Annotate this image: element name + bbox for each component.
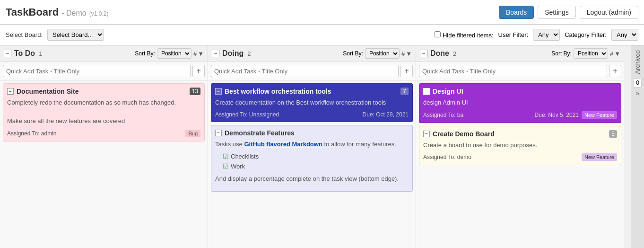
done-quick-add: + [416,62,624,80]
todo-sort-icons: # ▼ [193,50,204,57]
card-demonstrate-features: − Demonstrate Features Tasks use GitHub … [211,125,413,192]
demonstrate-body: Tasks use GitHub flavored Markdown to al… [215,140,409,184]
column-doing-header: − Doing 2 Sort By: Position # ▼ [208,45,416,62]
user-filter-label: User Filter: [498,31,529,38]
logout-button[interactable]: Logout (admin) [580,6,638,19]
demo-board-collapse-btn[interactable]: − [423,131,430,137]
demo-board-desc: Create a board to use for demo purposes. [423,141,617,150]
done-count: 2 [453,50,456,57]
doing-sort-icons: # ▼ [401,50,412,57]
column-done-header: − Done 2 Sort By: Position # ▼ [416,45,624,62]
todo-sort-desc-icon[interactable]: ▼ [198,50,204,57]
demonstrate-text2: to allow for many features. [324,141,396,148]
columns-container: − To Do 1 Sort By: Position # ▼ + [0,45,631,248]
todo-collapse-btn[interactable]: − [4,50,11,57]
done-sort-asc-icon[interactable]: # [610,50,613,57]
doing-sort-asc-icon[interactable]: # [401,50,405,57]
title-dash: - [61,9,66,17]
boards-area: − To Do 1 Sort By: Position # ▼ + [0,45,644,248]
demo-board-title: Create Demo Board [433,130,606,138]
demo-board-footer: Assigned To: demo New Feature [423,153,617,161]
doc-site-body: Completely redo the documentation as so … [7,98,200,126]
doing-count: 2 [247,50,251,57]
done-sort-icons: # ▼ [610,50,620,57]
boards-button[interactable]: Boards [499,6,534,19]
design-ui-collapse-btn[interactable]: − [423,88,430,95]
settings-button[interactable]: Settings [538,6,576,19]
check-icon-1: ☑ [223,151,229,161]
doc-site-assigned: Assigned To: admin [7,130,57,137]
doing-sort-desc-icon[interactable]: ▼ [406,50,412,57]
app-header: TaskBoard - Demo (v1.0.2) Boards Setting… [0,0,644,25]
done-quick-add-input[interactable] [419,65,607,77]
todo-quick-add-input[interactable] [3,65,191,77]
doing-column-body: − Best workflow orchestration tools 7 Cr… [208,80,416,248]
archived-label[interactable]: Archived [634,50,641,74]
doc-site-footer: Assigned To: admin Bug [7,130,200,137]
todo-sort-select[interactable]: Position [157,48,191,59]
best-workflow-footer: Assigned To: Unassigned Due: Oct 29, 202… [215,111,409,118]
toolbar-right: Hide filtered items: User Filter: Any Ca… [435,29,638,41]
title-demo: Demo [66,9,87,17]
doing-quick-add-button[interactable]: + [400,65,413,77]
header-buttons: Boards Settings Logout (admin) [499,6,638,19]
done-collapse-btn[interactable]: − [420,50,427,57]
done-column-body: − Design UI design Admin UI Assigned To:… [416,80,624,248]
design-ui-title: Design UI [433,88,617,95]
todo-sort-label: Sort By: [135,50,155,57]
doing-collapse-btn[interactable]: − [212,50,219,57]
hide-filtered-checkbox[interactable] [435,31,441,37]
card-doc-site-header: − Documentation Site 13 [7,88,200,95]
demo-board-body: Create a board to use for demo purposes. [423,141,617,150]
design-ui-due: Due: Nov 5, 2021 [535,112,579,118]
doing-quick-add: + [208,62,416,80]
category-filter-select[interactable]: Any [611,29,638,41]
title-version: (v1.0.2) [89,10,109,17]
toolbar: Select Board: Select Board... Hide filte… [0,25,644,45]
checklist-label-2: Work [231,162,245,171]
design-ui-assigned: Assigned To: ba [423,112,463,118]
demo-board-header: − Create Demo Board 5 [423,130,617,138]
todo-quick-add-button[interactable]: + [192,65,205,77]
todo-sort-asc-icon[interactable]: # [193,50,197,57]
doing-sort-select[interactable]: Position [365,48,400,59]
todo-column-body: − Documentation Site 13 Completely redo … [0,80,208,248]
hide-filtered-label: Hide filtered items: [435,31,493,39]
done-quick-add-button[interactable]: + [609,65,621,77]
todo-quick-add: + [0,62,208,80]
done-sort-label: Sort By: [551,50,572,57]
card-best-workflow: − Best workflow orchestration tools 7 Cr… [211,83,413,122]
card-demo-board: − Create Demo Board 5 Create a board to … [419,126,621,166]
column-todo: − To Do 1 Sort By: Position # ▼ + [0,45,208,248]
app-name: TaskBoard [6,6,59,18]
best-workflow-collapse-btn[interactable]: − [215,88,222,95]
demo-board-assigned: Assigned To: demo [423,154,471,160]
done-sort-select[interactable]: Position [574,48,608,59]
archived-chevron[interactable]: » [636,89,640,97]
category-filter-label: Category Filter: [565,31,607,38]
design-ui-footer: Assigned To: ba Due: Nov 5, 2021 New Fea… [423,111,617,119]
doc-site-body-line1: Completely redo the documentation as so … [7,98,200,107]
doc-site-body-line2: Make sure all the new features are cover… [7,116,200,126]
done-sort-desc-icon[interactable]: ▼ [614,50,620,57]
demo-board-tag: New Feature [582,153,617,161]
best-workflow-title: Best workflow orchestration tools [225,88,398,95]
demo-board-num: 5 [609,130,617,138]
todo-sort: Sort By: Position # ▼ [135,48,204,59]
demonstrate-collapse-btn[interactable]: − [215,130,222,136]
best-workflow-body: Create documentation on the Best workflo… [215,98,409,107]
doc-site-collapse-btn[interactable]: − [7,88,14,95]
demonstrate-text1: Tasks use [215,141,244,148]
checklist-item-work: ☑ Work [223,161,409,171]
best-workflow-num: 7 [400,88,409,95]
demonstrate-intro: Tasks use GitHub flavored Markdown to al… [215,140,409,149]
card-design-ui: − Design UI design Admin UI Assigned To:… [419,83,621,123]
best-workflow-desc: Create documentation on the Best workflo… [215,98,409,107]
done-title: Done [430,49,449,58]
doing-sort-label: Sort By: [343,50,363,57]
github-markdown-link[interactable]: GitHub flavored Markdown [244,141,322,148]
select-board-dropdown[interactable]: Select Board... [47,29,104,41]
doc-site-num: 13 [190,88,200,95]
doing-quick-add-input[interactable] [211,65,399,77]
user-filter-select[interactable]: Any [533,29,560,41]
